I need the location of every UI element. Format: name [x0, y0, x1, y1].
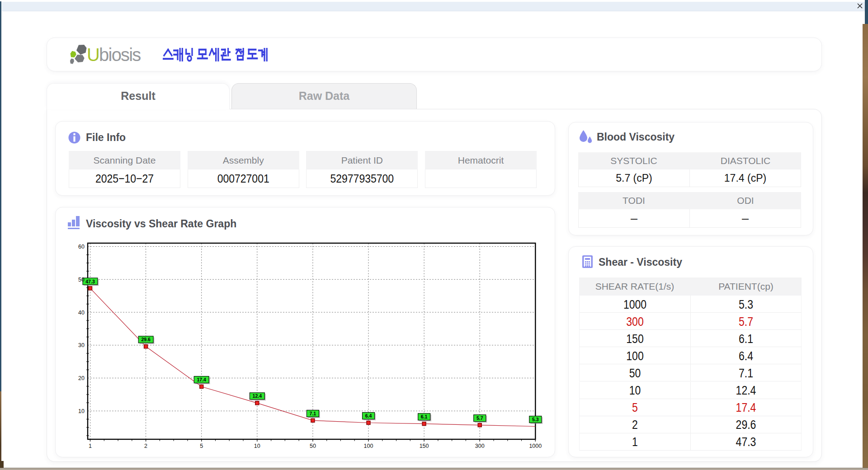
svg-text:6.4: 6.4	[365, 413, 372, 418]
svg-text:30: 30	[78, 342, 85, 348]
svg-text:50: 50	[78, 277, 85, 283]
svg-text:47.3: 47.3	[85, 279, 95, 284]
svg-text:100: 100	[364, 443, 373, 449]
svg-text:7.1: 7.1	[310, 411, 316, 416]
svg-text:1000: 1000	[529, 443, 542, 449]
svg-text:150: 150	[420, 443, 429, 449]
svg-text:5: 5	[200, 443, 203, 449]
svg-text:10: 10	[78, 408, 85, 414]
svg-text:29.6: 29.6	[141, 337, 151, 342]
svg-text:5.7: 5.7	[476, 415, 483, 421]
svg-text:6.1: 6.1	[421, 414, 428, 419]
svg-text:1: 1	[89, 443, 92, 449]
svg-text:12.4: 12.4	[253, 393, 262, 399]
svg-text:2: 2	[144, 443, 147, 449]
svg-text:5.3: 5.3	[532, 417, 539, 422]
svg-text:40: 40	[78, 310, 85, 316]
svg-text:20: 20	[78, 375, 85, 381]
svg-text:300: 300	[475, 443, 485, 449]
svg-text:10: 10	[254, 443, 260, 449]
svg-text:17.4: 17.4	[197, 377, 206, 382]
svg-text:50: 50	[310, 443, 316, 449]
svg-text:60: 60	[78, 244, 85, 250]
